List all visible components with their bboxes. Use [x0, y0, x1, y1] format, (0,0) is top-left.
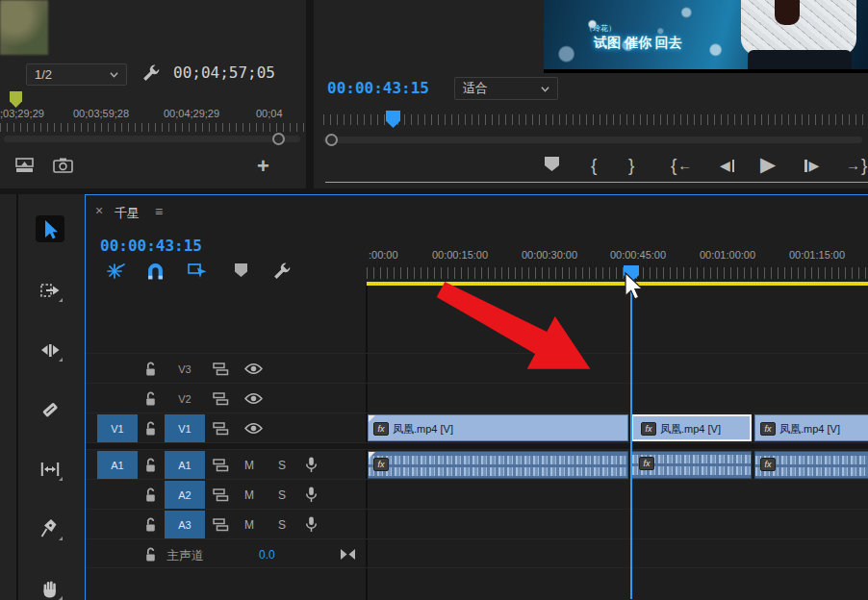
sync-lock-icon[interactable]: [213, 488, 229, 502]
tool-hand[interactable]: [36, 575, 64, 600]
program-timecode[interactable]: 00:00:43:15: [327, 79, 429, 97]
subtool-indicator: [59, 358, 63, 362]
insert-overwrite-nested-icon[interactable]: [106, 262, 125, 280]
video-audio-divider[interactable]: [86, 442, 868, 449]
lock-icon[interactable]: [144, 517, 157, 533]
clip-marker-green[interactable]: [10, 91, 22, 108]
mute-button[interactable]: M: [242, 510, 257, 539]
subtool-indicator: [59, 537, 63, 540]
snap-magnet-icon[interactable]: [146, 262, 165, 280]
solo-button[interactable]: S: [274, 450, 290, 480]
video-clip-1[interactable]: fx 凤凰.mp4 [V]: [368, 414, 628, 441]
source-ruler-label: 00;04;29;29: [164, 108, 219, 119]
fit-zoom-select[interactable]: 适合: [454, 77, 558, 100]
toggle-track-output-eye-icon[interactable]: [244, 422, 263, 435]
sync-lock-icon[interactable]: [213, 518, 229, 532]
program-playhead-marker[interactable]: [386, 111, 400, 128]
settings-wrench-icon[interactable]: [141, 63, 161, 83]
lock-icon[interactable]: [144, 421, 157, 437]
tool-ripple-edit[interactable]: [36, 337, 64, 363]
track-row-master: 主声道 0.0: [86, 538, 868, 568]
add-marker-button[interactable]: [545, 157, 559, 171]
tool-pen[interactable]: [36, 515, 64, 542]
timeline-add-marker-icon[interactable]: [235, 263, 247, 277]
pen-icon: [39, 518, 61, 539]
track-target-v3[interactable]: V3: [165, 354, 205, 384]
go-to-out-button[interactable]: → }: [846, 156, 867, 174]
tool-slip[interactable]: [36, 456, 64, 483]
source-ruler-label: 00;04: [256, 108, 283, 119]
voiceover-mic-icon[interactable]: [305, 487, 318, 503]
waveform: [369, 467, 627, 476]
toggle-track-output-eye-icon[interactable]: [244, 392, 263, 405]
lock-icon[interactable]: [144, 488, 157, 503]
sync-lock-icon[interactable]: [213, 459, 229, 472]
audio-clip-2-selected[interactable]: fx: [631, 451, 752, 479]
audio-clip-3[interactable]: fx: [754, 451, 868, 479]
source-ruler-ticks: [0, 123, 306, 132]
export-frame-icon[interactable]: [15, 158, 38, 174]
video-clip-2-selected[interactable]: fx 凤凰.mp4 [V]: [631, 414, 752, 441]
toggle-track-output-eye-icon[interactable]: [244, 362, 263, 375]
source-page-select[interactable]: 1/2: [26, 63, 127, 86]
sync-lock-icon[interactable]: [213, 392, 229, 406]
program-ruler-ticks: [323, 114, 868, 125]
timeline-ruler[interactable]: :00:00 00:00:15:00 00:00:30:00 00:00:45:…: [367, 241, 868, 282]
step-back-button[interactable]: ◀: [720, 159, 734, 172]
source-zoom-scrollbar[interactable]: [4, 136, 300, 142]
voiceover-mic-icon[interactable]: [305, 516, 318, 533]
linked-selection-icon[interactable]: [188, 262, 208, 279]
source-page-select-value: 1/2: [35, 67, 52, 82]
source-scrollbar-handle[interactable]: [272, 133, 285, 145]
write-keyframes-icon[interactable]: [340, 549, 356, 560]
program-ruler[interactable]: [323, 111, 868, 130]
track-row-a3: A3 M S: [86, 509, 868, 538]
tool-razor[interactable]: [36, 396, 64, 423]
timeline-tab-close-icon[interactable]: ×: [95, 203, 103, 218]
sync-lock-icon[interactable]: [213, 422, 229, 436]
timeline-tab-sequence[interactable]: 千星: [115, 205, 140, 222]
performer-pants: [748, 50, 852, 69]
lock-icon[interactable]: [144, 391, 157, 407]
tool-selection[interactable]: [36, 215, 64, 242]
timeline-timecode[interactable]: 00:00:43:15: [100, 237, 202, 255]
mark-out-button[interactable]: }: [628, 156, 634, 174]
source-ruler[interactable]: ;03;29;29 00;03;59;28 00;04;29;29 00;04: [0, 108, 306, 133]
audio-clip-1[interactable]: fx: [368, 451, 628, 479]
video-clip-3[interactable]: fx 凤凰.mp4 [V]: [754, 414, 868, 441]
step-forward-button[interactable]: ▶: [804, 159, 819, 172]
play-button[interactable]: ▶: [760, 154, 776, 174]
mute-button[interactable]: M: [242, 480, 257, 510]
panel-menu-icon[interactable]: ≡: [155, 204, 163, 219]
master-volume-value[interactable]: 0.0: [259, 548, 275, 562]
fx-badge: fx: [760, 458, 776, 471]
voiceover-mic-icon[interactable]: [305, 457, 318, 473]
timeline-settings-wrench-icon[interactable]: [272, 262, 292, 281]
tools-panel: T: [0, 194, 85, 600]
lock-icon[interactable]: [144, 362, 157, 377]
add-button[interactable]: +: [257, 154, 269, 179]
sync-lock-icon[interactable]: [213, 362, 229, 376]
program-video-frame: （玲花） 试图 催你 回去: [544, 0, 868, 73]
camera-export-icon[interactable]: [53, 158, 73, 173]
go-to-in-button[interactable]: { ←: [671, 156, 692, 174]
program-scrollbar-handle[interactable]: [325, 134, 338, 146]
lock-icon[interactable]: [144, 547, 157, 562]
mute-button[interactable]: M: [242, 450, 257, 480]
program-zoom-scrollbar[interactable]: [323, 137, 862, 143]
source-patch-a1[interactable]: A1: [97, 451, 138, 479]
timeline-playhead-line[interactable]: [630, 280, 632, 599]
track-target-a2[interactable]: A2: [165, 481, 205, 509]
track-target-a3[interactable]: A3: [165, 511, 205, 538]
solo-button[interactable]: S: [274, 510, 290, 539]
tool-track-select-forward[interactable]: [36, 277, 64, 304]
lock-icon[interactable]: [144, 458, 157, 473]
source-ruler-label: 00;03;59;28: [73, 108, 129, 119]
clip-fade-corner: [369, 415, 375, 422]
track-target-a1[interactable]: A1: [165, 451, 205, 479]
solo-button[interactable]: S: [274, 480, 290, 510]
source-patch-v1[interactable]: V1: [97, 414, 138, 442]
mark-in-button[interactable]: {: [591, 156, 597, 174]
track-target-v1[interactable]: V1: [165, 414, 205, 442]
track-target-v2[interactable]: V2: [165, 384, 205, 413]
